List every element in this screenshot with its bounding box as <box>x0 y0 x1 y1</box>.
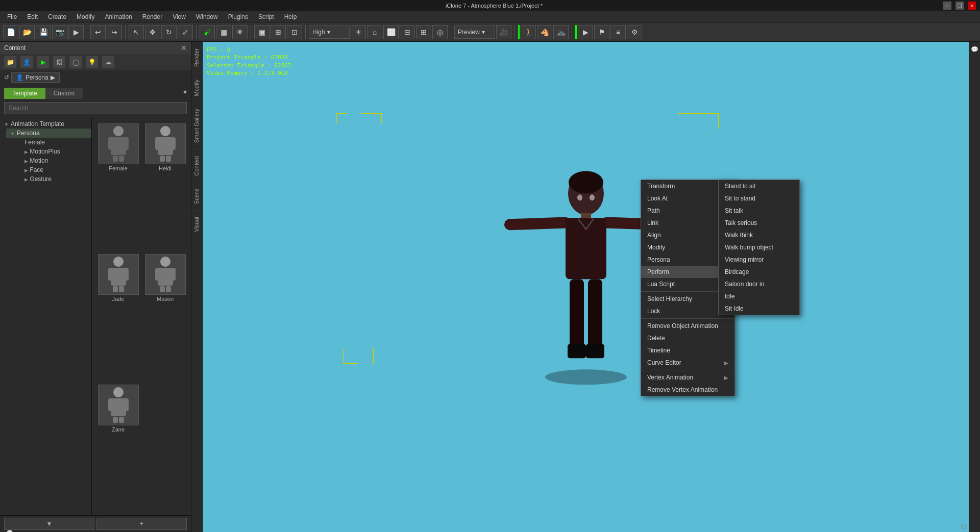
tab-expand-button[interactable]: ▾ <box>183 88 187 99</box>
home-button[interactable]: ⌂ <box>367 25 382 39</box>
content-close-button[interactable]: ✕ <box>181 44 187 52</box>
ctx-remove-vertex-animation[interactable]: Remove Vertex Animation <box>641 384 734 396</box>
tree-persona[interactable]: Persona <box>6 129 91 138</box>
perform-sit-to-stand[interactable]: Sit to stand <box>719 192 799 205</box>
side-tab-render[interactable]: Render <box>191 42 202 73</box>
side-tab-scene[interactable]: Scene <box>191 182 202 210</box>
thumb-zane[interactable]: Zane <box>96 383 141 511</box>
perform-sit-talk[interactable]: Sit talk <box>719 205 799 217</box>
render-full-button[interactable]: ⊞ <box>271 25 286 39</box>
thumb-mason[interactable]: Mason <box>143 252 188 381</box>
side-tab-visual[interactable]: Visual <box>191 210 202 238</box>
viewport-bottom-right-icon[interactable]: ⊡ <box>961 522 967 530</box>
menu-animation[interactable]: Animation <box>100 12 137 21</box>
side-tab-smart-gallery[interactable]: Smart Gallery <box>191 102 202 149</box>
breadcrumb-expand-icon[interactable]: ▶ <box>51 74 55 81</box>
menu-modify[interactable]: Modify <box>71 12 100 21</box>
link-button[interactable]: ⚙ <box>627 25 642 39</box>
template-tab[interactable]: Template <box>4 88 45 99</box>
redo-button[interactable]: ↪ <box>107 25 122 39</box>
menu-render[interactable]: Render <box>137 12 167 21</box>
menu-help[interactable]: Help <box>279 12 302 21</box>
close-button[interactable]: ✕ <box>968 2 976 10</box>
thumb-jade[interactable]: Jade <box>96 252 141 381</box>
quality-dropdown[interactable]: High ▾ <box>309 26 350 39</box>
right-panel-chat-icon[interactable]: 💬 <box>970 45 979 54</box>
minimize-button[interactable]: ─ <box>943 2 951 10</box>
ctx-curve-editor[interactable]: Curve Editor <box>641 357 734 369</box>
content-light-icon[interactable]: 💡 <box>86 56 98 68</box>
perform-walk-think[interactable]: Walk think <box>719 229 799 241</box>
thumb-heidi[interactable]: Heidi <box>143 121 188 250</box>
view3d-button[interactable]: ⬜ <box>383 25 399 39</box>
view-options[interactable]: ⊟ <box>400 25 415 39</box>
person-button[interactable]: 🚶 <box>521 25 536 39</box>
undo-button[interactable]: ↩ <box>90 25 106 39</box>
ctx-remove-object-anim[interactable]: Remove Object Animation <box>641 320 734 332</box>
open-button[interactable]: 📂 <box>19 25 35 39</box>
content-sky-icon[interactable]: ☁ <box>102 56 114 68</box>
render-small-button[interactable]: ▣ <box>254 25 270 39</box>
nav-back-button[interactable]: ↺ <box>4 74 9 81</box>
perform-sit-idle[interactable]: Sit Idle <box>719 302 799 315</box>
content-photo-icon[interactable]: 🖼 <box>53 56 65 68</box>
horse-button[interactable]: 🐴 <box>537 25 552 39</box>
tree-animation-template[interactable]: Animation Template <box>0 119 91 129</box>
visible-button[interactable]: 👁 <box>232 25 248 39</box>
render-option-button[interactable]: ⊡ <box>287 25 302 39</box>
perform-birdcage[interactable]: Birdcage <box>719 266 799 278</box>
grid-button[interactable]: ⊞ <box>416 25 431 39</box>
scroll-down-button[interactable]: ▼ <box>4 518 94 530</box>
content-shape-icon[interactable]: ◯ <box>69 56 82 68</box>
perform-talk-serious[interactable]: Talk serious <box>719 217 799 229</box>
camera-button[interactable]: 🎥 <box>496 25 511 39</box>
search-input[interactable] <box>4 102 187 114</box>
list-button[interactable]: ≡ <box>610 25 626 39</box>
anim-button[interactable]: ▶ <box>578 25 593 39</box>
tree-gesture[interactable]: Gesture <box>12 174 91 184</box>
select-button[interactable]: ↖ <box>129 25 144 39</box>
perform-walk-bump-object[interactable]: Walk bump object <box>719 241 799 254</box>
rotate-button[interactable]: ↻ <box>161 25 177 39</box>
bike-button[interactable]: 🚲 <box>553 25 569 39</box>
menu-script[interactable]: Script <box>253 12 279 21</box>
menu-window[interactable]: Window <box>191 12 223 21</box>
save-button[interactable]: 💾 <box>36 25 51 39</box>
screenshot-button[interactable]: 📷 <box>52 25 67 39</box>
menu-plugins[interactable]: Plugins <box>223 12 253 21</box>
scale-button[interactable]: ⤢ <box>178 25 193 39</box>
brush-button[interactable]: ▦ <box>216 25 231 39</box>
menu-view[interactable]: View <box>167 12 191 21</box>
menu-edit[interactable]: Edit <box>22 12 43 21</box>
paint-button[interactable]: 🖌 <box>200 25 215 39</box>
tree-motion[interactable]: Motion <box>12 156 91 165</box>
tree-female[interactable]: Female <box>12 138 91 147</box>
custom-tab[interactable]: Custom <box>45 88 83 99</box>
tree-motionplus[interactable]: MotionPlus <box>12 147 91 156</box>
perform-saloon-door-in[interactable]: Saloon door in <box>719 278 799 290</box>
ctx-vertex-animation[interactable]: Vertex Animation <box>641 371 734 384</box>
perform-viewing-mirror[interactable]: Viewing mirror <box>719 254 799 266</box>
record-button[interactable]: ▶ <box>68 25 84 39</box>
preview-dropdown[interactable]: Preview ▾ <box>454 26 495 39</box>
tree-face[interactable]: Face <box>12 165 91 174</box>
sun-button[interactable]: ☀ <box>351 25 366 39</box>
perform-idle[interactable]: Idle <box>719 290 799 302</box>
new-button[interactable]: 📄 <box>3 25 18 39</box>
content-person-icon[interactable]: 👤 <box>20 56 33 68</box>
content-folder-icon[interactable]: 📁 <box>4 56 16 68</box>
thumb-female[interactable]: Female <box>96 121 141 250</box>
content-anim-icon[interactable]: ▶ <box>37 56 49 68</box>
restore-button[interactable]: ❐ <box>955 2 964 10</box>
ctx-delete[interactable]: Delete <box>641 332 734 344</box>
perform-stand-to-sit[interactable]: Stand to sit <box>719 180 799 192</box>
move-button[interactable]: ✥ <box>145 25 160 39</box>
side-tab-modify[interactable]: Modify <box>191 73 202 102</box>
menu-file[interactable]: File <box>2 12 22 21</box>
viewport[interactable]: FPS : 0. Project Triangle : 67033 Select… <box>203 42 969 532</box>
side-tab-content[interactable]: Content <box>191 149 202 182</box>
flag-button[interactable]: ⚑ <box>594 25 609 39</box>
add-button[interactable]: + <box>96 518 187 530</box>
shadow-button[interactable]: ◎ <box>432 25 448 39</box>
menu-create[interactable]: Create <box>43 12 71 21</box>
